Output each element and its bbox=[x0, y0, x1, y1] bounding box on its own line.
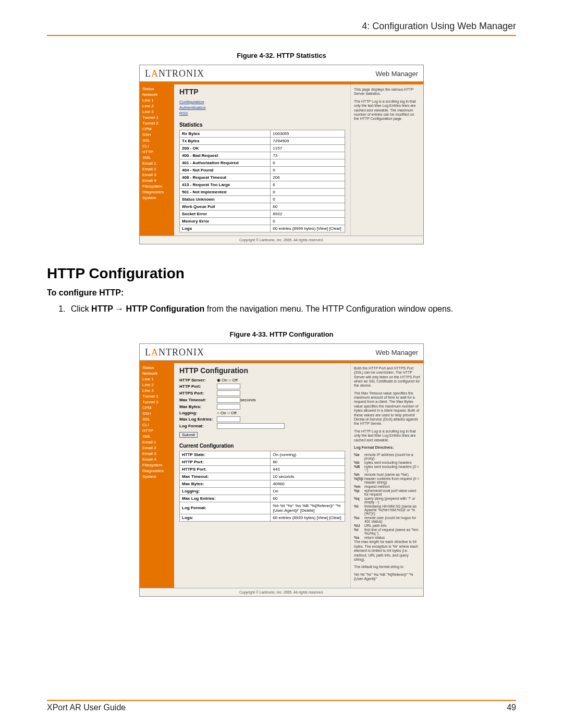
logformat-label: Log Format: bbox=[179, 424, 217, 428]
sidebar-item[interactable]: Line 3 bbox=[140, 388, 174, 393]
footer-left: XPort AR User Guide bbox=[47, 703, 126, 712]
server-radio[interactable]: ◉ On ○ Off bbox=[217, 378, 238, 382]
lantronix-logo: LANTRONIX bbox=[145, 347, 204, 358]
sidebar-item[interactable]: Filesystem bbox=[140, 183, 174, 189]
sidebar-item[interactable]: Network bbox=[140, 92, 174, 97]
table-row: Work Queue Full60 bbox=[180, 203, 345, 210]
help-panel: This page displays the various HTTP Serv… bbox=[350, 84, 423, 236]
web-manager-label: Web Manager bbox=[376, 349, 418, 356]
instruction-list: Click HTTP → HTTP Configuration from the… bbox=[68, 303, 516, 315]
section-title: HTTP Configuration bbox=[47, 265, 516, 282]
help-panel: Both the HTTP Port and HTTPS Port (SSL) … bbox=[350, 363, 423, 588]
table-row: HTTPS Port:443 bbox=[180, 465, 345, 473]
figure-caption-2: Figure 4-33. HTTP Configuration bbox=[47, 330, 516, 338]
table-row: 404 - Not Found0 bbox=[180, 166, 345, 174]
table-row: 401 - Authorization Required0 bbox=[180, 159, 345, 166]
table-row: Socket Error8922 bbox=[180, 210, 345, 217]
instruction-step-1: Click HTTP → HTTP Configuration from the… bbox=[68, 303, 516, 315]
figure-caption-1: Figure 4-32. HTTP Statistics bbox=[47, 52, 516, 59]
sidebar-item[interactable]: Email 3 bbox=[140, 172, 174, 178]
current-config-table: HTTP State:On (running)HTTP Port:80HTTPS… bbox=[179, 451, 345, 522]
sidebar-item[interactable]: System bbox=[140, 474, 174, 479]
maxbytes-label: Max Bytes: bbox=[179, 404, 217, 409]
maxbytes-input[interactable] bbox=[217, 404, 240, 410]
sidebar-item[interactable]: Tunnel 1 bbox=[140, 115, 174, 120]
sidebar-item[interactable]: HTTP bbox=[140, 428, 174, 434]
timeout-input[interactable] bbox=[217, 397, 240, 403]
table-row: 501 - Not Implemented0 bbox=[180, 188, 345, 195]
sidebar-item[interactable]: Tunnel 1 bbox=[140, 393, 174, 399]
sidebar-item[interactable]: Line 2 bbox=[140, 103, 174, 109]
table-row: HTTP Port:80 bbox=[180, 458, 345, 465]
server-label: HTTP Server: bbox=[179, 378, 217, 382]
sidebar-item[interactable]: Tunnel 2 bbox=[140, 120, 174, 126]
sidebar-item[interactable]: XML bbox=[140, 155, 174, 161]
logging-radio[interactable]: ○ On ○ Off bbox=[217, 411, 237, 415]
sidebar-item[interactable]: XML bbox=[140, 434, 174, 439]
table-row: Logging:On bbox=[180, 487, 345, 495]
sidebar-item[interactable]: Email 2 bbox=[140, 166, 174, 172]
copyright-footer: Copyright © Lantronix, Inc. 2005. All ri… bbox=[140, 236, 423, 244]
sidebar-item[interactable]: Email 2 bbox=[140, 445, 174, 451]
sidebar-item[interactable]: Line 1 bbox=[140, 376, 174, 382]
sidebar-item[interactable]: HTTP bbox=[140, 149, 174, 155]
table-row: Logs60 entries (8999 bytes) [View] [Clea… bbox=[180, 225, 345, 232]
http-port-input[interactable] bbox=[217, 384, 240, 389]
sidebar-item[interactable]: Diagnostics bbox=[140, 189, 174, 195]
copyright-footer: Copyright © Lantronix, Inc. 2005. All ri… bbox=[140, 588, 423, 596]
table-row: Max Timeout:10 seconds bbox=[180, 473, 345, 480]
sidebar-item[interactable]: Line 3 bbox=[140, 109, 174, 115]
sidebar-item[interactable]: Diagnostics bbox=[140, 468, 174, 474]
table-row: Logs:60 entries (8920 bytes) [View] [Cle… bbox=[180, 514, 345, 521]
page-title: HTTP Configuration bbox=[179, 366, 345, 375]
sidebar-item[interactable]: SSH bbox=[140, 411, 174, 416]
table-row: Tx Bytes7294509 bbox=[180, 137, 345, 144]
sidebar-item[interactable]: Tunnel 2 bbox=[140, 399, 174, 405]
sidebar-item[interactable]: Email 1 bbox=[140, 161, 174, 166]
maxlog-label: Max Log Entries: bbox=[179, 417, 217, 422]
table-row: Memory Error0 bbox=[180, 217, 345, 225]
header-rule bbox=[47, 35, 516, 36]
current-config-heading: Current Configuration bbox=[179, 443, 345, 449]
sidebar-item[interactable]: Line 1 bbox=[140, 97, 174, 103]
table-row: 200 - OK1157 bbox=[180, 144, 345, 152]
sidebar-item[interactable]: Status bbox=[140, 365, 174, 371]
maxlog-input[interactable] bbox=[217, 416, 240, 422]
https-port-input[interactable] bbox=[217, 390, 240, 396]
web-manager-screenshot-1: LANTRONIX Web Manager StatusNetworkLine … bbox=[139, 65, 424, 244]
sidebar-item[interactable]: Status bbox=[140, 86, 174, 92]
sidebar-item[interactable]: SSL bbox=[140, 138, 174, 143]
sidebar-item[interactable]: CPM bbox=[140, 126, 174, 132]
section-heading: Statistics bbox=[179, 122, 345, 128]
sidebar-item[interactable]: System bbox=[140, 195, 174, 201]
page-title: HTTP bbox=[179, 88, 345, 96]
table-row: Max Log Entries:60 bbox=[180, 495, 345, 502]
web-manager-label: Web Manager bbox=[376, 70, 418, 78]
config-form: HTTP Server:◉ On ○ Off HTTP Port: HTTPS … bbox=[179, 378, 345, 438]
sidebar-item[interactable]: SSH bbox=[140, 132, 174, 138]
sidebar-item[interactable]: SSL bbox=[140, 416, 174, 422]
sidebar-item[interactable]: Email 1 bbox=[140, 439, 174, 445]
page-footer: XPort AR User Guide 49 bbox=[47, 700, 516, 712]
sidebar-item[interactable]: CPM bbox=[140, 405, 174, 411]
submit-button[interactable]: Submit bbox=[179, 432, 198, 438]
sidebar-nav[interactable]: StatusNetworkLine 1Line 2Line 3Tunnel 1T… bbox=[140, 84, 174, 236]
lantronix-logo: LANTRONIX bbox=[145, 68, 204, 79]
sidebar-item[interactable]: Line 2 bbox=[140, 382, 174, 388]
sidebar-item[interactable]: Network bbox=[140, 371, 174, 376]
table-row: 408 - Request Timeout206 bbox=[180, 174, 345, 181]
sub-nav-links[interactable]: ConfigurationAuthenticationRSS bbox=[179, 99, 345, 117]
sidebar-item[interactable]: Filesystem bbox=[140, 462, 174, 468]
web-manager-screenshot-2: LANTRONIX Web Manager StatusNetworkLine … bbox=[139, 343, 424, 597]
logformat-input[interactable] bbox=[217, 423, 285, 429]
sidebar-item[interactable]: CLI bbox=[140, 422, 174, 428]
sidebar-nav[interactable]: StatusNetworkLine 1Line 2Line 3Tunnel 1T… bbox=[140, 363, 174, 588]
page-number: 49 bbox=[507, 703, 516, 712]
table-row: Rx Bytes1003055 bbox=[180, 130, 345, 137]
sidebar-item[interactable]: CLI bbox=[140, 143, 174, 149]
logging-label: Logging: bbox=[179, 411, 217, 415]
sidebar-item[interactable]: Email 4 bbox=[140, 178, 174, 183]
table-row: 400 - Bad Request73 bbox=[180, 152, 345, 159]
sidebar-item[interactable]: Email 3 bbox=[140, 451, 174, 456]
sidebar-item[interactable]: Email 4 bbox=[140, 456, 174, 462]
